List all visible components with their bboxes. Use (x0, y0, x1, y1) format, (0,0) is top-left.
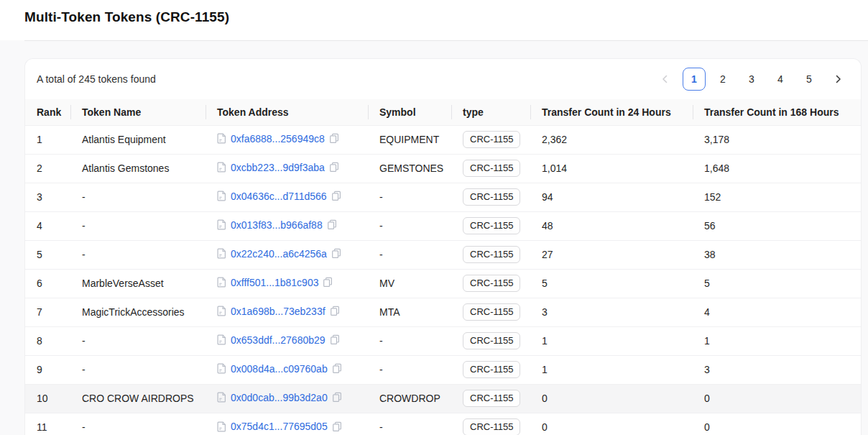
token-address-link[interactable]: 0xfa6888...256949c8 (231, 133, 325, 145)
token-address-link[interactable]: 0x0d0cab...99b3d2a0 (231, 392, 328, 403)
column-header-symbol: Symbol (368, 99, 451, 125)
copy-icon[interactable] (330, 334, 340, 345)
file-text-icon (217, 306, 226, 316)
chevron-left-icon (661, 75, 670, 83)
transfer-24h-cell: 5 (530, 269, 693, 298)
transfer-168h-cell: 56 (693, 211, 861, 240)
copy-icon[interactable] (330, 306, 340, 316)
type-cell: CRC-1155 (451, 211, 530, 240)
copy-icon[interactable] (332, 392, 342, 403)
token-name-cell: Atlantis Equipment (70, 125, 206, 154)
symbol-cell: EQUIPMENT (368, 125, 451, 154)
pagination-page-1[interactable]: 1 (683, 68, 706, 91)
type-badge: CRC-1155 (463, 418, 520, 435)
chevron-right-icon (834, 75, 842, 83)
copy-icon[interactable] (329, 162, 339, 173)
rank-cell: 5 (25, 240, 70, 269)
copy-icon[interactable] (331, 248, 341, 259)
type-badge: CRC-1155 (463, 303, 520, 321)
total-tokens-summary: A total of 245 tokens found (37, 73, 156, 85)
transfer-168h-cell: 4 (693, 298, 861, 326)
token-address-link[interactable]: 0xcbb223...9d9f3aba (231, 162, 325, 173)
transfer-168h-cell: 1,648 (693, 154, 861, 183)
pagination-page-2[interactable]: 2 (711, 68, 734, 91)
tokens-card: A total of 245 tokens found 1 2 3 4 5 (24, 58, 862, 435)
symbol-cell: - (368, 211, 451, 240)
token-address-link[interactable]: 0x008d4a...c09760ab (231, 363, 328, 375)
token-address-cell: 0x653ddf...27680b29 (206, 326, 368, 355)
type-cell: CRC-1155 (451, 355, 530, 384)
transfer-24h-cell: 1 (530, 326, 693, 355)
pagination-next-button[interactable] (826, 68, 849, 91)
table-row: 7 MagicTrickAccessories 0x1a698b...73eb2… (25, 298, 861, 326)
table-row: 8 - 0x653ddf...27680b29 (25, 326, 861, 355)
token-address-link[interactable]: 0x75d4c1...77695d05 (231, 421, 328, 432)
type-badge: CRC-1155 (463, 361, 520, 378)
table-row: 11 - 0x75d4c1...77695d05 (25, 413, 861, 435)
type-badge: CRC-1155 (463, 217, 520, 234)
table-row: 1 Atlantis Equipment 0xfa6888...256949c8 (25, 125, 861, 154)
token-address-cell: 0x008d4a...c09760ab (206, 355, 368, 384)
pagination-page-5[interactable]: 5 (798, 68, 821, 91)
copy-icon[interactable] (329, 133, 339, 144)
column-header-token-name: Token Name (70, 99, 206, 125)
symbol-cell: CROWDROP (368, 384, 451, 413)
type-cell: CRC-1155 (451, 413, 530, 435)
transfer-168h-cell: 0 (693, 384, 861, 413)
file-text-icon (217, 219, 226, 230)
token-address-cell: 0x0d0cab...99b3d2a0 (206, 384, 368, 413)
pagination-prev-button[interactable] (654, 68, 677, 91)
rank-cell: 10 (25, 384, 70, 413)
copy-icon[interactable] (332, 421, 342, 432)
token-name-cell: - (70, 355, 206, 384)
token-address-link[interactable]: 0xfff501...1b81c903 (231, 277, 318, 288)
table-row: 9 - 0x008d4a...c09760ab (25, 355, 861, 384)
copy-icon[interactable] (323, 277, 333, 288)
copy-icon[interactable] (331, 191, 341, 201)
rank-cell: 7 (25, 298, 70, 326)
token-address-link[interactable]: 0x04636c...d711d566 (231, 191, 327, 202)
type-cell: CRC-1155 (451, 125, 530, 154)
token-address-link[interactable]: 0x1a698b...73eb233f (231, 306, 326, 317)
token-name-cell: MagicTrickAccessories (70, 298, 206, 326)
table-row: 3 - 0x04636c...d711d566 (25, 183, 861, 211)
rank-cell: 3 (25, 183, 70, 211)
type-badge: CRC-1155 (463, 390, 520, 407)
token-address-link[interactable]: 0x22c240...a6c4256a (231, 248, 327, 260)
symbol-cell: - (368, 240, 451, 269)
column-header-transfer-168h: Transfer Count in 168 Hours (693, 99, 861, 125)
transfer-24h-cell: 94 (530, 183, 693, 211)
file-text-icon (217, 277, 226, 288)
tokens-table: Rank Token Name Token Address Symbol typ… (25, 99, 861, 435)
file-text-icon (217, 392, 226, 403)
copy-icon[interactable] (327, 219, 337, 230)
transfer-168h-cell: 1 (693, 326, 861, 355)
transfer-24h-cell: 0 (530, 413, 693, 435)
pagination-page-4[interactable]: 4 (769, 68, 792, 91)
token-name-cell: Atlantis Gemstones (70, 154, 206, 183)
token-address-cell: 0x22c240...a6c4256a (206, 240, 368, 269)
copy-icon[interactable] (332, 363, 342, 374)
token-address-cell: 0x013f83...b966af88 (206, 211, 368, 240)
token-address-cell: 0x04636c...d711d566 (206, 183, 368, 211)
token-address-link[interactable]: 0x653ddf...27680b29 (231, 334, 326, 346)
pagination-page-3[interactable]: 3 (740, 68, 763, 91)
transfer-24h-cell: 48 (530, 211, 693, 240)
token-address-cell: 0xcbb223...9d9f3aba (206, 154, 368, 183)
file-text-icon (217, 421, 226, 432)
symbol-cell: - (368, 183, 451, 211)
token-address-link[interactable]: 0x013f83...b966af88 (231, 219, 323, 231)
type-cell: CRC-1155 (451, 154, 530, 183)
type-cell: CRC-1155 (451, 269, 530, 298)
token-address-cell: 0xfff501...1b81c903 (206, 269, 368, 298)
token-name-cell: MarbleVerseAsset (70, 269, 206, 298)
type-cell: CRC-1155 (451, 240, 530, 269)
transfer-168h-cell: 0 (693, 413, 861, 435)
symbol-cell: - (368, 355, 451, 384)
table-body: 1 Atlantis Equipment 0xfa6888...256949c8 (25, 125, 861, 435)
rank-cell: 4 (25, 211, 70, 240)
table-row: 10 CRO CROW AIRDROPS 0x0d0cab...99b3d2a0 (25, 384, 861, 413)
rank-cell: 2 (25, 154, 70, 183)
symbol-cell: - (368, 413, 451, 435)
table-row: 5 - 0x22c240...a6c4256a (25, 240, 861, 269)
